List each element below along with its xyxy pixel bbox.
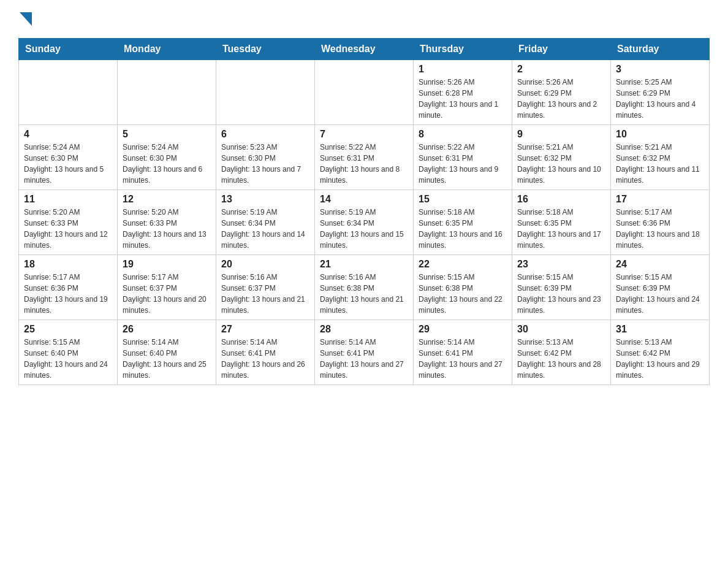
day-number: 16 — [517, 194, 605, 205]
day-info-line: Sunrise: 5:13 AM — [517, 338, 573, 347]
day-info-line: Daylight: 13 hours and 7 minutes. — [221, 165, 301, 185]
logo — [18, 12, 32, 26]
day-info-line: Sunrise: 5:17 AM — [616, 208, 672, 216]
day-info: Sunrise: 5:19 AMSunset: 6:34 PMDaylight:… — [320, 207, 408, 251]
calendar-cell-w1-d2 — [216, 60, 315, 125]
day-info: Sunrise: 5:17 AMSunset: 6:37 PMDaylight:… — [123, 272, 211, 316]
day-info: Sunrise: 5:15 AMSunset: 6:39 PMDaylight:… — [616, 272, 704, 316]
day-number: 12 — [123, 194, 211, 205]
calendar-cell-w5-d3: 28 Sunrise: 5:14 AMSunset: 6:41 PMDaylig… — [315, 320, 414, 385]
day-info: Sunrise: 5:23 AMSunset: 6:30 PMDaylight:… — [221, 142, 309, 186]
calendar-cell-w5-d6: 31 Sunrise: 5:13 AMSunset: 6:42 PMDaylig… — [611, 320, 710, 385]
day-info-line: Daylight: 13 hours and 8 minutes. — [320, 165, 400, 185]
day-info-line: Sunset: 6:36 PM — [24, 284, 78, 293]
col-header-wednesday: Wednesday — [315, 39, 414, 60]
calendar-cell-w2-d4: 8 Sunrise: 5:22 AMSunset: 6:31 PMDayligh… — [414, 125, 512, 190]
day-info-line: Sunset: 6:36 PM — [616, 219, 670, 228]
day-info-line: Daylight: 13 hours and 23 minutes. — [517, 295, 601, 315]
day-info-line: Sunrise: 5:14 AM — [123, 338, 178, 347]
day-info-line: Sunset: 6:35 PM — [517, 219, 572, 228]
day-info-line: Daylight: 13 hours and 22 minutes. — [419, 295, 502, 315]
day-info-line: Daylight: 13 hours and 24 minutes. — [24, 360, 108, 380]
day-info: Sunrise: 5:20 AMSunset: 6:33 PMDaylight:… — [123, 207, 211, 251]
day-info-line: Sunset: 6:40 PM — [24, 349, 78, 358]
day-info-line: Daylight: 13 hours and 29 minutes. — [616, 360, 700, 380]
day-number: 9 — [517, 129, 605, 140]
calendar-cell-w2-d3: 7 Sunrise: 5:22 AMSunset: 6:31 PMDayligh… — [315, 125, 414, 190]
day-info: Sunrise: 5:15 AMSunset: 6:40 PMDaylight:… — [24, 337, 112, 381]
day-info: Sunrise: 5:14 AMSunset: 6:40 PMDaylight:… — [123, 337, 211, 381]
day-info-line: Sunset: 6:30 PM — [123, 154, 177, 163]
day-info: Sunrise: 5:14 AMSunset: 6:41 PMDaylight:… — [221, 337, 309, 381]
day-info-line: Daylight: 13 hours and 15 minutes. — [320, 230, 404, 250]
calendar-cell-w4-d2: 20 Sunrise: 5:16 AMSunset: 6:37 PMDaylig… — [216, 255, 315, 320]
day-info-line: Daylight: 13 hours and 4 minutes. — [616, 100, 696, 120]
day-info-line: Sunset: 6:39 PM — [616, 284, 670, 293]
calendar-cell-w1-d1 — [118, 60, 216, 125]
day-info: Sunrise: 5:16 AMSunset: 6:38 PMDaylight:… — [320, 272, 408, 316]
day-info-line: Sunset: 6:34 PM — [320, 219, 374, 228]
day-info: Sunrise: 5:26 AMSunset: 6:29 PMDaylight:… — [517, 77, 605, 121]
day-info-line: Daylight: 13 hours and 2 minutes. — [517, 100, 597, 120]
day-number: 17 — [616, 194, 704, 205]
day-info-line: Sunrise: 5:17 AM — [24, 273, 80, 282]
col-header-sunday: Sunday — [19, 39, 118, 60]
day-info: Sunrise: 5:24 AMSunset: 6:30 PMDaylight:… — [123, 142, 211, 186]
calendar-cell-w5-d5: 30 Sunrise: 5:13 AMSunset: 6:42 PMDaylig… — [512, 320, 611, 385]
calendar-cell-w2-d1: 5 Sunrise: 5:24 AMSunset: 6:30 PMDayligh… — [118, 125, 216, 190]
day-number: 6 — [221, 129, 309, 140]
calendar-header-row: Sunday Monday Tuesday Wednesday Thursday… — [19, 39, 710, 60]
day-number: 26 — [123, 324, 211, 335]
day-info-line: Sunrise: 5:25 AM — [616, 78, 672, 86]
day-info-line: Sunset: 6:30 PM — [24, 154, 78, 163]
day-number: 29 — [419, 324, 507, 335]
day-info-line: Daylight: 13 hours and 9 minutes. — [419, 165, 498, 185]
day-info-line: Sunrise: 5:26 AM — [419, 78, 474, 86]
page-header — [18, 12, 710, 26]
col-header-saturday: Saturday — [611, 39, 710, 60]
calendar-cell-w1-d6: 3 Sunrise: 5:25 AMSunset: 6:29 PMDayligh… — [611, 60, 710, 125]
day-info-line: Sunset: 6:42 PM — [616, 349, 670, 358]
day-info: Sunrise: 5:21 AMSunset: 6:32 PMDaylight:… — [517, 142, 605, 186]
day-number: 22 — [419, 259, 507, 270]
day-number: 10 — [616, 129, 704, 140]
day-info-line: Sunset: 6:33 PM — [123, 219, 177, 228]
day-info-line: Daylight: 13 hours and 12 minutes. — [24, 230, 108, 250]
calendar-cell-w4-d1: 19 Sunrise: 5:17 AMSunset: 6:37 PMDaylig… — [118, 255, 216, 320]
day-info: Sunrise: 5:14 AMSunset: 6:41 PMDaylight:… — [419, 337, 507, 381]
day-info-line: Sunrise: 5:18 AM — [517, 208, 573, 216]
day-info-line: Daylight: 13 hours and 18 minutes. — [616, 230, 700, 250]
day-info-line: Sunrise: 5:22 AM — [419, 143, 474, 151]
day-info-line: Daylight: 13 hours and 13 minutes. — [123, 230, 207, 250]
day-info-line: Sunset: 6:34 PM — [221, 219, 276, 228]
day-info: Sunrise: 5:21 AMSunset: 6:32 PMDaylight:… — [616, 142, 704, 186]
day-info-line: Daylight: 13 hours and 11 minutes. — [616, 165, 700, 185]
day-info: Sunrise: 5:18 AMSunset: 6:35 PMDaylight:… — [419, 207, 507, 251]
week-row-3: 11 Sunrise: 5:20 AMSunset: 6:33 PMDaylig… — [19, 190, 710, 255]
calendar-cell-w1-d4: 1 Sunrise: 5:26 AMSunset: 6:28 PMDayligh… — [414, 60, 512, 125]
day-number: 20 — [221, 259, 309, 270]
calendar-cell-w3-d5: 16 Sunrise: 5:18 AMSunset: 6:35 PMDaylig… — [512, 190, 611, 255]
day-info-line: Sunset: 6:41 PM — [320, 349, 374, 358]
day-info-line: Sunset: 6:35 PM — [419, 219, 473, 228]
day-number: 4 — [24, 129, 112, 140]
day-number: 19 — [123, 259, 211, 270]
day-info-line: Daylight: 13 hours and 6 minutes. — [123, 165, 202, 185]
calendar-table: Sunday Monday Tuesday Wednesday Thursday… — [18, 38, 710, 385]
day-number: 23 — [517, 259, 605, 270]
day-info-line: Sunrise: 5:21 AM — [616, 143, 672, 151]
day-info-line: Sunrise: 5:23 AM — [221, 143, 277, 151]
day-info-line: Daylight: 13 hours and 1 minute. — [419, 100, 498, 120]
day-info: Sunrise: 5:22 AMSunset: 6:31 PMDaylight:… — [320, 142, 408, 186]
calendar-cell-w2-d0: 4 Sunrise: 5:24 AMSunset: 6:30 PMDayligh… — [19, 125, 118, 190]
day-info-line: Sunrise: 5:20 AM — [24, 208, 80, 216]
day-number: 2 — [517, 64, 605, 75]
week-row-5: 25 Sunrise: 5:15 AMSunset: 6:40 PMDaylig… — [19, 320, 710, 385]
day-number: 1 — [419, 64, 507, 75]
day-info-line: Sunset: 6:41 PM — [221, 349, 276, 358]
calendar-cell-w4-d6: 24 Sunrise: 5:15 AMSunset: 6:39 PMDaylig… — [611, 255, 710, 320]
day-info-line: Daylight: 13 hours and 17 minutes. — [517, 230, 601, 250]
day-info-line: Sunset: 6:40 PM — [123, 349, 177, 358]
day-info: Sunrise: 5:15 AMSunset: 6:39 PMDaylight:… — [517, 272, 605, 316]
day-info-line: Sunrise: 5:24 AM — [24, 143, 80, 151]
